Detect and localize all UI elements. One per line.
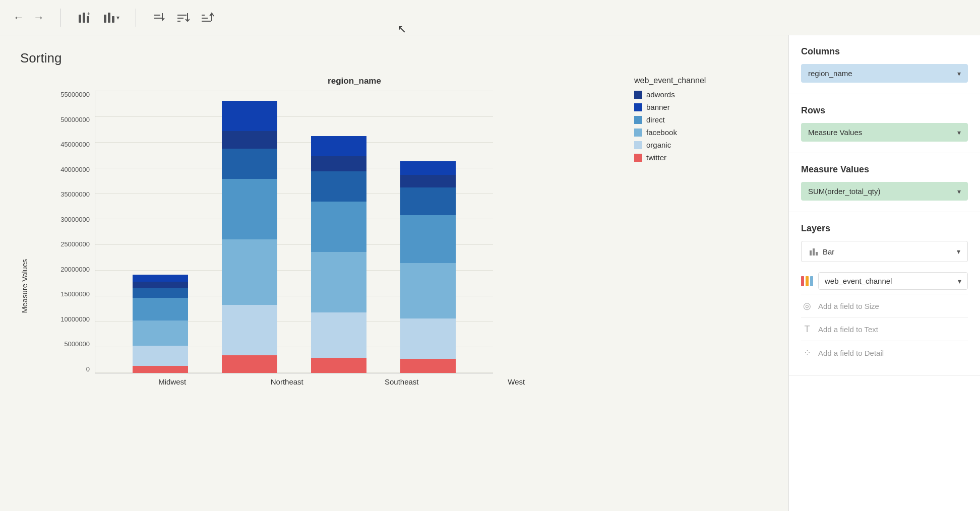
toolbar-divider-2 [136,9,136,27]
layers-bar-value: Bar [823,247,834,256]
layers-bar-dropdown-arrow: ▾ [957,247,960,256]
navigation-buttons: ← → [10,9,47,26]
sort-button[interactable] [149,9,168,26]
legend-color-twitter [634,154,642,162]
legend-item-organic: organic [634,141,706,149]
add-text-label: Add a field to Text [818,325,878,334]
legend-color-organic [634,141,642,149]
rows-dropdown-arrow: ▾ [957,129,961,137]
layers-bar-dropdown[interactable]: Bar ▾ [801,241,968,262]
legend-color-facebook [634,129,642,137]
add-detail-row[interactable]: ⁘ Add a field to Detail [801,341,968,364]
forward-button[interactable]: → [30,9,47,26]
seg-northeast-banner [222,149,277,179]
seg-midwest-banner [133,288,188,298]
legend: web_event_channel adwords banner direct … [634,76,706,166]
measure-values-section: Measure Values SUM(order_total_qty) ▾ [789,153,980,212]
legend-item-direct: direct [634,115,706,124]
legend-label-adwords: adwords [646,90,675,99]
y-tick-55m: 55000000 [39,91,95,98]
measure-dropdown-arrow: ▾ [957,187,961,196]
columns-dropdown[interactable]: region_name ▾ [801,64,968,83]
x-label-northeast: Northeast [259,377,315,386]
right-panel: Columns region_name ▾ Rows Measure Value… [788,35,980,511]
seg-southeast-facebook [311,252,366,312]
seg-northeast-adwords [222,131,277,149]
legend-label-banner: banner [646,103,670,111]
seg-west-banner [400,187,456,215]
seg-southeast-adwords [311,156,366,171]
chart-type-button[interactable]: ▾ [99,9,122,27]
toolbar: ← → + ▾ [0,0,980,35]
bar-northeast [222,101,277,373]
seg-west-organic [400,318,456,359]
measure-values-value: SUM(order_total_qty) [808,187,880,196]
seg-northeast-twitter [222,355,277,373]
bars-grid [95,91,493,373]
seg-midwest-twitter [133,366,188,373]
layers-section: Layers Bar ▾ [789,212,980,376]
bar-west [400,161,456,373]
back-button[interactable]: ← [10,9,27,26]
y-tick-40m: 40000000 [39,166,95,173]
x-labels: Midwest Northeast Southeast West [39,373,594,386]
seg-west-direct [400,215,456,263]
rows-section: Rows Measure Values ▾ [789,94,980,153]
y-tick-0: 0 [39,366,95,372]
seg-midwest-direct [133,298,188,321]
legend-title: web_event_channel [634,76,706,85]
add-text-row[interactable]: T Add a field to Text [801,317,968,341]
legend-item-adwords: adwords [634,90,706,99]
grid-line-11 [95,91,493,91]
seg-northeast-facebook [222,239,277,305]
add-size-row[interactable]: ◎ Add a field to Size [801,294,968,317]
bar-midwest [133,275,188,373]
chart-type-icon [102,11,116,25]
sort-asc-button[interactable] [173,9,193,26]
columns-value: region_name [808,69,852,78]
y-tick-25m: 25000000 [39,241,95,247]
x-label-midwest: Midwest [145,377,200,386]
detail-icon: ⁘ [801,347,813,358]
seg-midwest-adwords [133,282,188,288]
columns-section: Columns region_name ▾ [789,35,980,94]
svg-rect-0 [79,15,81,23]
swatch-orange [806,276,809,286]
swatch-blue [810,276,813,286]
sort-tools [149,9,217,26]
legend-item-banner: banner [634,103,706,111]
seg-midwest-organic [133,346,188,366]
add-chart-button[interactable]: + [74,9,94,27]
y-tick-30m: 30000000 [39,216,95,223]
measure-values-title: Measure Values [801,164,968,175]
rows-value: Measure Values [808,128,862,137]
chart-container: Measure Values region_name 0 5000000 100… [20,76,768,496]
seg-midwest-facebook [133,321,188,346]
seg-southeast-banner [311,171,366,202]
y-tick-5m: 5000000 [39,341,95,347]
cursor-indicator: ↖ [397,23,406,36]
svg-rect-1 [83,13,85,23]
sort-desc-icon [201,11,214,24]
rows-dropdown[interactable]: Measure Values ▾ [801,123,968,142]
sort-desc-button[interactable] [198,9,217,26]
color-value: web_event_channel [825,277,892,285]
x-label-west: West [488,377,544,386]
svg-rect-15 [810,250,812,256]
layers-color-row: web_event_channel ▾ [801,268,968,294]
seg-northeast-direct [222,179,277,239]
x-axis-label: region_name [115,76,594,86]
color-dropdown[interactable]: web_event_channel ▾ [818,272,968,290]
seg-west-top [400,161,456,175]
seg-west-twitter [400,359,456,373]
bar-chart-icon [809,246,819,257]
x-label-southeast: Southeast [374,377,430,386]
measure-values-dropdown[interactable]: SUM(order_total_qty) ▾ [801,182,968,201]
add-size-label: Add a field to Size [818,302,879,310]
svg-rect-5 [108,13,110,23]
main-layout: Sorting Measure Values region_name 0 500… [0,35,980,511]
columns-title: Columns [801,46,968,57]
add-detail-label: Add a field to Detail [818,349,884,357]
color-dropdown-arrow: ▾ [958,277,961,285]
y-axis-label: Measure Values [20,259,34,313]
